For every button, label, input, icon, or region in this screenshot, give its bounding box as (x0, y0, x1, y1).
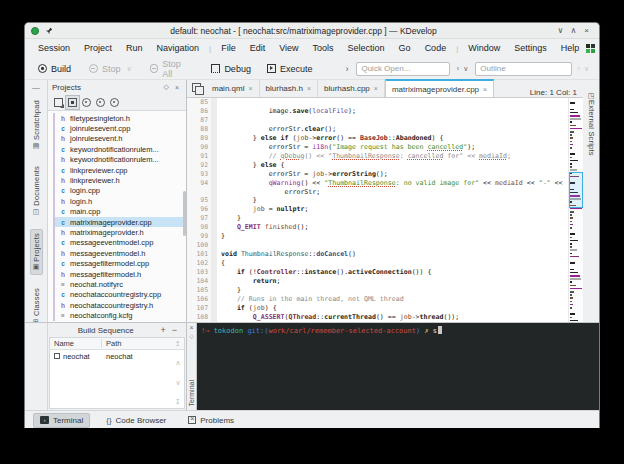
tree-item[interactable]: hmatriximageprovider.h (55, 227, 186, 237)
activities-grid-icon[interactable] (586, 44, 595, 53)
execute-button[interactable]: Execute (262, 62, 318, 76)
sidebar-tab-documents[interactable]: Documents◫ (31, 163, 42, 219)
line-number[interactable]: 98 (187, 223, 211, 232)
tree-item[interactable]: hlogin.h (55, 196, 186, 206)
tree-item[interactable]: hmessageeventmodel.h (55, 248, 186, 258)
code-line[interactable]: errorStr; (187, 188, 583, 197)
close-tab-icon[interactable]: × (483, 86, 487, 93)
menu-navigation[interactable]: Navigation (150, 39, 207, 58)
code-line[interactable]: 90 errorStr = i18n("Image request has be… (187, 143, 583, 152)
code-line[interactable]: 102{ (187, 259, 583, 268)
line-number[interactable]: 102 (187, 259, 211, 268)
menu-window[interactable]: Window (461, 39, 507, 58)
line-number[interactable] (187, 188, 211, 197)
code-line[interactable]: 101void ThumbnailResponse::doCancel() (187, 250, 583, 259)
code-line[interactable]: 103 if (!Controller::instance().activeCo… (187, 268, 583, 277)
line-number[interactable]: 100 (187, 241, 211, 250)
tree-item[interactable]: clogin.cpp (55, 186, 186, 196)
code-line[interactable]: 107 if (job) { (187, 304, 583, 313)
line-number[interactable]: 106 (187, 295, 211, 304)
line-number[interactable]: 101 (187, 250, 211, 259)
quick-open-input[interactable]: Quick Open... (356, 62, 449, 76)
quick-open-dropdown-icon[interactable]: ∨ (461, 65, 470, 73)
code-line[interactable]: 88 errorStr.clear(); (187, 125, 583, 134)
build-selection-icon[interactable] (82, 98, 91, 107)
editor-tab-blurhash-cpp[interactable]: blurhash.cpp× (318, 80, 385, 97)
statusbar-terminal-button[interactable]: ›Terminal (33, 413, 90, 428)
code-line[interactable]: 108 Q_ASSERT(QThread::currentThread() ==… (187, 313, 583, 322)
remove-target-button[interactable]: − (169, 325, 180, 335)
tree-item[interactable]: cjoinrulesevent.cpp (55, 123, 186, 133)
minimap-viewport[interactable] (569, 172, 583, 208)
tree-item[interactable]: hmessagefiltermodel.h (55, 269, 186, 279)
close-tab-icon[interactable]: × (374, 85, 378, 92)
statusbar-code-browser-button[interactable]: {}Code Browser (100, 414, 172, 427)
code-line[interactable]: 86 image.save(localFile); (187, 107, 583, 116)
menu-settings[interactable]: Settings (507, 39, 554, 58)
tree-item[interactable]: ≡neochatconfig.kcfg (55, 310, 186, 320)
close-button[interactable]: × (580, 24, 593, 38)
close-terminal-icon[interactable]: × (189, 323, 193, 332)
code-line[interactable]: 99} (187, 232, 583, 241)
line-number[interactable]: 89 (187, 134, 211, 143)
line-number[interactable]: 104 (187, 277, 211, 286)
code-line[interactable]: 106 // Runs in the main thread, not QML … (187, 295, 583, 304)
line-number[interactable]: 91 (187, 152, 211, 161)
document-list-icon[interactable] (190, 81, 204, 95)
code-line[interactable]: 98 Q_EMIT finished(); (187, 223, 583, 232)
outline-input[interactable]: Outline (475, 62, 571, 76)
move-bottom-icon[interactable]: ↧ (175, 398, 181, 406)
line-number[interactable]: 99 (187, 232, 211, 241)
line-number[interactable]: 94 (187, 179, 211, 188)
tree-item[interactable]: ≡neochat.notifyrc (55, 279, 186, 289)
debug-button[interactable]: Debug (206, 62, 256, 76)
tree-item[interactable]: hlinkpreviewer.h (55, 175, 186, 185)
tree-item[interactable]: ckeywordnotificationrulem... (55, 144, 186, 154)
float-terminal-icon[interactable]: ◇ (189, 332, 194, 340)
code-line[interactable]: 105 } (187, 286, 583, 295)
sidebar-tab-projects[interactable]: Projects▣ (30, 229, 43, 276)
install-selection-icon[interactable] (96, 98, 105, 107)
editor-tab-main-qml[interactable]: main.qml× (206, 80, 260, 97)
tree-item[interactable]: cmatriximageprovider.cpp (55, 217, 186, 227)
code-view[interactable]: 8586 image.save(localFile);8788 errorStr… (187, 98, 583, 322)
line-number[interactable]: 92 (187, 161, 211, 170)
line-number[interactable]: 93 (187, 170, 211, 179)
tree-item[interactable]: cmain.cpp (55, 207, 186, 217)
line-number[interactable]: 85 (187, 98, 211, 107)
line-number[interactable]: 107 (187, 304, 211, 313)
tree-item[interactable]: cneochataccountregistry.cpp (55, 290, 186, 300)
minimap[interactable] (568, 98, 583, 322)
tree-item[interactable]: cmessagefiltermodel.cpp (55, 258, 186, 268)
titlebar[interactable]: default: neochat - [ neochat:src/matrixi… (25, 23, 599, 39)
editor-tab-blurhash-h[interactable]: blurhash.h× (260, 80, 318, 97)
line-number[interactable]: 108 (187, 313, 211, 322)
terminal-screen[interactable]: !→ tokodon git:(work/carl/remember-selec… (197, 323, 599, 410)
menu-code[interactable]: Code (418, 39, 454, 58)
code-line[interactable]: 104 return; (187, 277, 583, 286)
line-number[interactable]: 88 (187, 125, 211, 134)
statusbar-problems-button[interactable]: Problems (182, 414, 240, 427)
code-line[interactable]: 95 } (187, 196, 583, 205)
code-line[interactable]: 91 // qDebug() << "ThumbnailResponse: ca… (187, 152, 583, 161)
tree-item[interactable]: hneochataccountregistry.h (55, 300, 186, 310)
editor-tab-matriximageprovider-cpp[interactable]: matriximageprovider.cpp× (385, 79, 494, 97)
line-number[interactable]: 86 (187, 107, 211, 116)
maximize-button[interactable]: ∧ (567, 24, 580, 38)
line-number[interactable]: 96 (187, 205, 211, 214)
line-number[interactable]: 87 (187, 116, 211, 125)
menu-project[interactable]: Project (77, 39, 119, 58)
tree-item[interactable]: cmessageeventmodel.cpp (55, 238, 186, 248)
line-number[interactable]: 105 (187, 286, 211, 295)
menu-view[interactable]: View (272, 39, 305, 58)
line-number[interactable]: 97 (187, 214, 211, 223)
code-line[interactable]: 85 (187, 98, 583, 107)
tree-item[interactable]: hkeywordnotificationrulem... (55, 155, 186, 165)
code-line[interactable]: 94 qWarning() << "ThumbnailResponse: no … (187, 179, 583, 188)
menu-go[interactable]: Go (392, 39, 418, 58)
line-number[interactable]: 95 (187, 196, 211, 205)
menu-tools[interactable]: Tools (306, 39, 341, 58)
toolbar-expand-icon[interactable]: › (345, 64, 348, 74)
line-number[interactable]: 103 (187, 268, 211, 277)
build-sequence-row[interactable]: neochatneochat (50, 350, 184, 362)
